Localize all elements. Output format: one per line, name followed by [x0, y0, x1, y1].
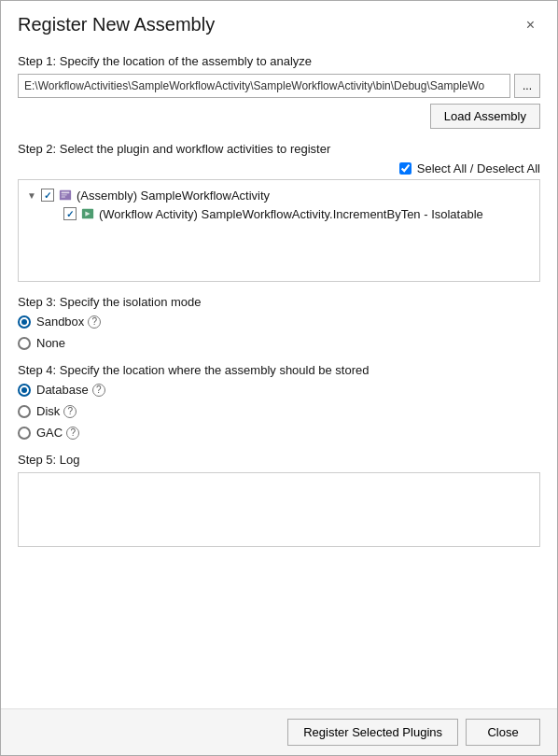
step2-label: Step 2: Select the plugin and workflow a… — [18, 142, 540, 156]
dialog-title: Register New Assembly — [18, 14, 215, 35]
workflow-icon — [80, 206, 95, 221]
storage-options: Database ? Disk ? GAC ? — [18, 383, 540, 440]
step4-label: Step 4: Specify the location where the a… — [18, 363, 540, 377]
assembly-path-input[interactable] — [18, 74, 510, 98]
assembly-checkbox[interactable] — [41, 189, 54, 202]
none-radio[interactable] — [18, 337, 31, 350]
disk-radio-row: Disk ? — [18, 404, 540, 418]
dialog-body: Step 1: Specify the location of the asse… — [1, 41, 557, 708]
disk-label: Disk ? — [36, 404, 77, 418]
isolation-options: Sandbox ? None — [18, 315, 540, 350]
database-help-icon[interactable]: ? — [92, 384, 105, 397]
activity-checkbox[interactable] — [63, 207, 77, 220]
gac-label: GAC ? — [36, 426, 79, 440]
database-radio-row: Database ? — [18, 383, 540, 397]
register-plugins-button[interactable]: Register Selected Plugins — [287, 719, 458, 746]
sandbox-radio[interactable] — [18, 315, 31, 329]
svg-rect-3 — [62, 196, 65, 197]
none-label: None — [36, 336, 65, 350]
load-assembly-button[interactable]: Load Assembly — [430, 104, 540, 129]
sandbox-help-icon[interactable]: ? — [88, 315, 101, 329]
step3-label: Step 3: Specify the isolation mode — [18, 295, 540, 309]
disk-help-icon[interactable]: ? — [63, 405, 77, 418]
tree-toggle[interactable]: ▼ — [26, 190, 37, 201]
tree-box: ▼ (Assembly) SampleWorkflowActivity — [18, 179, 540, 282]
gac-help-icon[interactable]: ? — [66, 427, 79, 440]
svg-rect-1 — [62, 192, 70, 194]
tree-assembly-row: ▼ (Assembly) SampleWorkflowActivity — [26, 186, 532, 204]
path-row: ... — [18, 74, 540, 98]
sandbox-label: Sandbox ? — [36, 315, 101, 329]
step5-label: Step 5: Log — [18, 453, 540, 467]
assembly-name: (Assembly) SampleWorkflowActivity — [77, 189, 270, 203]
tree-activity-row: (Workflow Activity) SampleWorkflowActivi… — [63, 204, 532, 223]
activity-name: (Workflow Activity) SampleWorkflowActivi… — [99, 207, 483, 221]
close-icon-button[interactable]: × — [521, 16, 540, 35]
select-all-checkbox[interactable] — [399, 162, 412, 175]
gac-radio-row: GAC ? — [18, 426, 540, 440]
database-radio[interactable] — [18, 384, 31, 397]
dialog-footer: Register Selected Plugins Close — [1, 708, 557, 755]
log-box — [18, 472, 540, 547]
gac-radio[interactable] — [18, 427, 31, 440]
disk-radio[interactable] — [18, 405, 31, 418]
select-all-row: Select All / Deselect All — [18, 161, 540, 175]
svg-rect-2 — [62, 194, 67, 195]
dialog: Register New Assembly × Step 1: Specify … — [0, 0, 558, 756]
database-label: Database ? — [36, 383, 105, 397]
assembly-icon — [58, 188, 73, 203]
select-all-label: Select All / Deselect All — [417, 161, 540, 175]
load-assembly-row: Load Assembly — [18, 104, 540, 129]
close-button[interactable]: Close — [466, 719, 540, 746]
step1-label: Step 1: Specify the location of the asse… — [18, 54, 540, 68]
none-radio-row: None — [18, 336, 540, 350]
title-bar: Register New Assembly × — [1, 1, 557, 41]
sandbox-radio-row: Sandbox ? — [18, 315, 540, 329]
browse-button[interactable]: ... — [514, 74, 540, 98]
